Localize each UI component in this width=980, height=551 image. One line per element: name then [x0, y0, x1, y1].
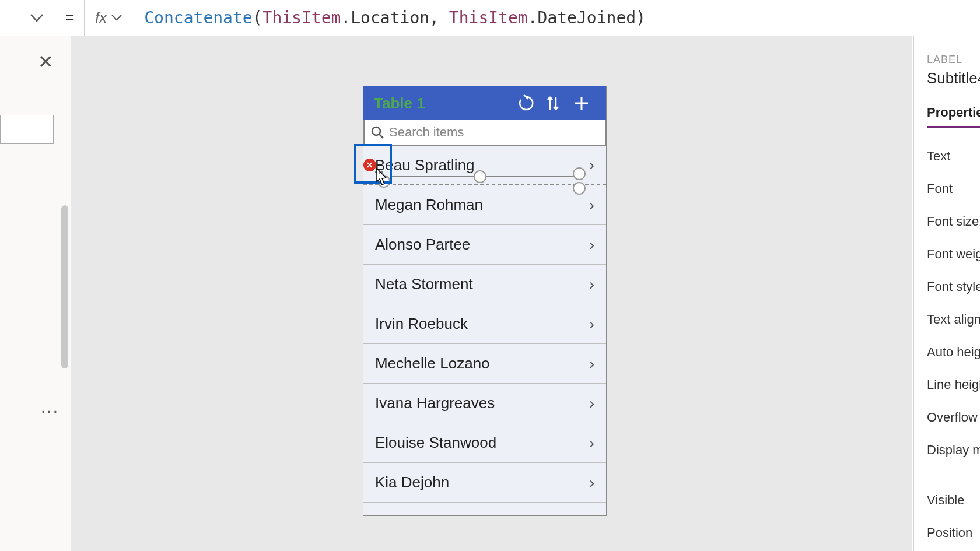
prop-line-height[interactable]: Line height	[927, 377, 980, 392]
chevron-right-icon[interactable]: ›	[589, 513, 594, 517]
list-item[interactable]: Neta Storment ›	[363, 265, 606, 304]
prop-font[interactable]: Font	[927, 181, 980, 196]
prop-auto-height[interactable]: Auto height	[927, 345, 980, 360]
list-item[interactable]: Alonso Partee ›	[363, 225, 606, 265]
item-title: Megan Rohman	[375, 196, 589, 214]
chevron-right-icon[interactable]: ›	[589, 315, 594, 334]
svg-point-0	[372, 127, 380, 135]
more-icon[interactable]: ···	[41, 401, 59, 420]
prop-display-mode[interactable]: Display mode	[927, 443, 980, 458]
equals-sign: =	[55, 0, 85, 36]
chevron-right-icon[interactable]: ›	[589, 275, 594, 294]
tab-underline	[927, 126, 980, 128]
chevron-right-icon[interactable]: ›	[589, 434, 594, 452]
prop-font-weight[interactable]: Font weight	[927, 247, 980, 262]
search-row[interactable]: Search items	[363, 120, 606, 146]
resize-handle[interactable]	[474, 170, 487, 183]
panel-input[interactable]	[0, 115, 54, 144]
close-icon[interactable]: ✕	[38, 51, 54, 73]
prop-text[interactable]: Text	[927, 149, 980, 164]
refresh-icon[interactable]	[517, 94, 540, 112]
fx-button[interactable]: fx	[85, 0, 132, 36]
formula-thisitem-2: ThisItem	[449, 8, 528, 27]
formula-function: Concatenate	[144, 8, 252, 27]
chevron-right-icon[interactable]: ›	[589, 394, 594, 413]
item-title: Tamica Trickett	[375, 513, 589, 516]
cursor-pointer-icon	[373, 167, 390, 187]
prop-visible[interactable]: Visible	[927, 493, 980, 508]
formula-thisitem-1: ThisItem	[262, 8, 341, 27]
add-icon[interactable]	[573, 95, 596, 111]
item-title: Neta Storment	[375, 275, 589, 293]
chevron-right-icon[interactable]: ›	[589, 236, 594, 254]
search-icon	[370, 125, 384, 139]
canvas-area[interactable]: Table 1 Search items Beau Spratling › Me…	[71, 36, 912, 551]
prop-font-size[interactable]: Font size	[927, 214, 980, 229]
left-panel: ✕ ···	[0, 36, 71, 551]
formula-input[interactable]: Concatenate(ThisItem.Location, ThisItem.…	[132, 8, 980, 27]
list-item[interactable]: Mechelle Lozano ›	[363, 344, 606, 384]
list-item[interactable]: Tamica Trickett ›	[363, 503, 606, 516]
list-item[interactable]: Elouise Stanwood ›	[363, 423, 606, 463]
chevron-down-icon	[111, 15, 122, 21]
prop-overflow[interactable]: Overflow	[927, 410, 980, 425]
formula-prop-1: .Location	[341, 8, 429, 27]
list-item[interactable]: Megan Rohman ›	[363, 185, 606, 225]
item-title: Elouise Stanwood	[375, 434, 589, 452]
item-title: Ivana Hargreaves	[375, 394, 589, 412]
app-title: Table 1	[374, 94, 512, 113]
item-title: Irvin Roebuck	[375, 315, 589, 333]
property-dropdown[interactable]	[0, 0, 55, 36]
properties-panel: LABEL Subtitle4 Properties Text Font Fon…	[914, 36, 980, 551]
prop-position[interactable]: Position	[927, 525, 980, 541]
chevron-right-icon[interactable]: ›	[589, 196, 594, 215]
divider	[0, 427, 71, 427]
list-item[interactable]: Ivana Hargreaves ›	[363, 384, 606, 423]
tab-properties[interactable]: Properties	[927, 105, 980, 126]
list-item[interactable]: Kia Dejohn ›	[363, 463, 606, 503]
item-title: Mechelle Lozano	[375, 355, 589, 373]
gallery-list: Beau Spratling › Megan Rohman › Alonso P…	[363, 146, 606, 516]
control-type-label: LABEL	[927, 54, 980, 66]
app-header: Table 1	[363, 86, 606, 120]
item-title: Alonso Partee	[375, 236, 589, 254]
formula-bar: = fx Concatenate(ThisItem.Location, This…	[0, 0, 980, 36]
resize-handle[interactable]	[573, 167, 586, 180]
prop-font-style[interactable]: Font style	[927, 279, 980, 294]
control-name[interactable]: Subtitle4	[927, 69, 980, 87]
formula-prop-2: .DateJoined	[528, 8, 636, 27]
search-placeholder: Search items	[389, 125, 464, 140]
resize-handle[interactable]	[573, 182, 586, 195]
fx-label: fx	[95, 9, 107, 27]
chevron-right-icon[interactable]: ›	[589, 156, 594, 174]
scrollbar[interactable]	[61, 205, 68, 368]
sort-icon[interactable]	[545, 94, 568, 112]
app-preview: Table 1 Search items Beau Spratling › Me…	[363, 86, 607, 516]
chevron-right-icon[interactable]: ›	[589, 355, 594, 373]
chevron-down-icon	[30, 14, 43, 22]
chevron-right-icon[interactable]: ›	[589, 473, 594, 492]
item-title: Kia Dejohn	[375, 473, 589, 492]
prop-text-align[interactable]: Text alignment	[927, 312, 980, 327]
list-item[interactable]: Irvin Roebuck ›	[363, 304, 606, 344]
